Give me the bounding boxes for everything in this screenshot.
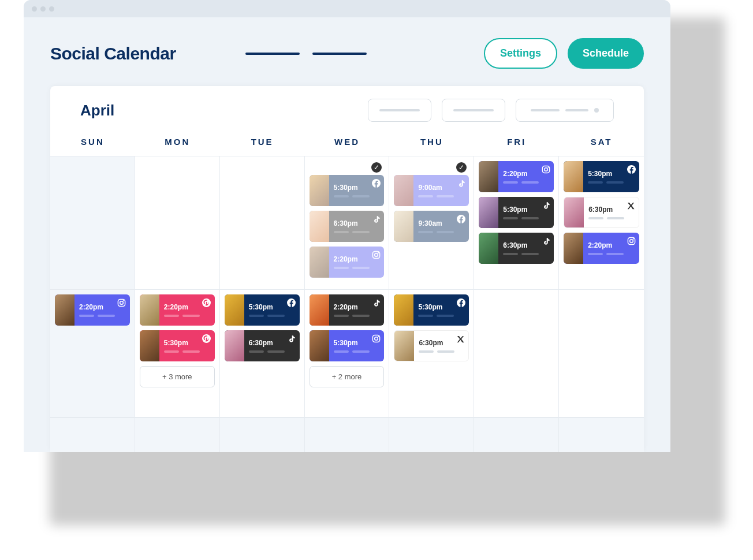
scheduled-post[interactable]: 2:20pm bbox=[55, 294, 130, 326]
calendar-cell[interactable]: 2:20pm5:30pm6:30pm bbox=[474, 156, 559, 289]
schedule-button[interactable]: Schedule bbox=[568, 38, 644, 69]
scheduled-post[interactable]: 2:20pm bbox=[140, 294, 215, 326]
calendar-grid: ✓5:30pm6:30pm2:20pm✓9:00am9:30am2:20pm5:… bbox=[50, 156, 644, 452]
control-placeholder[interactable] bbox=[442, 99, 505, 122]
calendar-cell[interactable] bbox=[389, 417, 474, 452]
control-placeholder[interactable] bbox=[368, 99, 431, 122]
calendar-cell[interactable]: 5:30pm6:30pm bbox=[220, 290, 305, 417]
scheduled-post[interactable]: 6:30pm bbox=[310, 211, 385, 242]
control-placeholder[interactable] bbox=[516, 99, 614, 122]
post-thumbnail bbox=[479, 197, 498, 228]
post-skeleton bbox=[418, 195, 464, 197]
post-body: 6:30pm bbox=[414, 331, 468, 361]
scheduled-post[interactable]: 5:30pm bbox=[310, 330, 385, 361]
post-thumbnail bbox=[310, 247, 329, 278]
post-body: 2:20pm bbox=[498, 161, 554, 192]
settings-button[interactable]: Settings bbox=[484, 38, 557, 69]
calendar-cell[interactable]: 5:30pm6:30pm2:20pm bbox=[559, 156, 644, 289]
scheduled-post[interactable]: 6:30pm bbox=[394, 330, 469, 361]
scheduled-post[interactable]: 6:30pm bbox=[564, 197, 639, 228]
calendar-cell[interactable]: 2:20pm5:30pm+ 3 more bbox=[135, 290, 220, 417]
instagram-icon bbox=[117, 298, 126, 307]
post-skeleton bbox=[503, 217, 549, 219]
post-body: 2:20pm bbox=[583, 233, 639, 264]
post-thumbnail bbox=[140, 294, 159, 326]
header-actions: Settings Schedule bbox=[484, 38, 644, 69]
post-thumbnail bbox=[479, 233, 498, 264]
post-skeleton bbox=[249, 315, 295, 317]
page: Social Calendar Settings Schedule April … bbox=[0, 0, 753, 560]
calendar-cell[interactable] bbox=[220, 156, 305, 289]
scheduled-post[interactable]: 9:30am bbox=[394, 211, 469, 242]
titlebar-dot bbox=[32, 6, 37, 12]
post-body: 5:30pm bbox=[159, 330, 215, 361]
calendar-cell[interactable] bbox=[135, 156, 220, 289]
post-skeleton bbox=[503, 181, 549, 184]
calendar-cell[interactable] bbox=[50, 156, 135, 289]
scheduled-post[interactable]: 5:30pm bbox=[310, 175, 385, 206]
calendar-cell[interactable]: ✓5:30pm6:30pm2:20pm bbox=[305, 156, 390, 289]
post-body: 2:20pm bbox=[74, 294, 130, 326]
post-thumbnail bbox=[564, 197, 584, 228]
post-thumbnail bbox=[394, 294, 413, 326]
post-skeleton bbox=[334, 195, 380, 197]
post-thumbnail bbox=[310, 175, 329, 206]
facebook-icon bbox=[371, 178, 381, 188]
post-thumbnail bbox=[394, 211, 413, 242]
calendar-cell[interactable] bbox=[50, 417, 135, 452]
calendar-cell[interactable] bbox=[474, 290, 559, 417]
calendar-cell[interactable]: 5:30pm6:30pm bbox=[389, 290, 474, 417]
post-skeleton bbox=[418, 231, 464, 233]
scheduled-post[interactable]: 2:20pm bbox=[310, 247, 385, 278]
instagram-icon bbox=[627, 236, 636, 245]
scheduled-post[interactable]: 2:20pm bbox=[310, 294, 385, 326]
post-thumbnail bbox=[140, 330, 159, 361]
card-header-controls bbox=[368, 99, 614, 122]
post-body: 6:30pm bbox=[498, 233, 554, 264]
scheduled-post[interactable]: 2:20pm bbox=[564, 233, 639, 264]
post-body: 2:20pm bbox=[329, 247, 385, 278]
post-body: 5:30pm bbox=[583, 161, 639, 192]
post-skeleton bbox=[164, 315, 210, 317]
post-thumbnail bbox=[564, 233, 583, 264]
more-posts-button[interactable]: + 3 more bbox=[140, 366, 215, 387]
calendar-cell[interactable] bbox=[305, 417, 390, 452]
calendar-cell[interactable] bbox=[474, 417, 559, 452]
calendar-cell[interactable]: 2:20pm bbox=[50, 290, 135, 417]
post-skeleton bbox=[249, 350, 295, 353]
calendar-cell[interactable] bbox=[220, 417, 305, 452]
scheduled-post[interactable]: 5:30pm bbox=[564, 161, 639, 192]
calendar-cell[interactable] bbox=[559, 417, 644, 452]
post-body: 6:30pm bbox=[584, 197, 639, 227]
post-thumbnail bbox=[310, 330, 329, 361]
scheduled-post[interactable]: 6:30pm bbox=[225, 330, 300, 361]
calendar-cell[interactable]: 2:20pm5:30pm+ 2 more bbox=[305, 290, 390, 417]
instagram-icon bbox=[371, 250, 381, 259]
calendar-cell[interactable] bbox=[135, 417, 220, 452]
scheduled-post[interactable]: 5:30pm bbox=[479, 197, 554, 228]
calendar-cell[interactable] bbox=[559, 290, 644, 417]
day-header: THU bbox=[389, 137, 474, 147]
pinterest-icon bbox=[202, 298, 211, 307]
post-skeleton bbox=[334, 350, 380, 353]
scheduled-post[interactable]: 9:00am bbox=[394, 175, 469, 206]
post-skeleton bbox=[334, 231, 380, 233]
post-body: 6:30pm bbox=[244, 330, 300, 361]
more-posts-button[interactable]: + 2 more bbox=[310, 366, 385, 387]
titlebar-dot bbox=[49, 6, 54, 12]
scheduled-post[interactable]: 5:30pm bbox=[394, 294, 469, 326]
scheduled-post[interactable]: 6:30pm bbox=[479, 233, 554, 264]
post-skeleton bbox=[334, 267, 380, 269]
scheduled-post[interactable]: 5:30pm bbox=[140, 330, 215, 361]
scheduled-post[interactable]: 2:20pm bbox=[479, 161, 554, 192]
post-body: 5:30pm bbox=[329, 175, 385, 206]
post-thumbnail bbox=[479, 161, 498, 192]
instagram-icon bbox=[371, 334, 381, 343]
calendar-cell[interactable]: ✓9:00am9:30am bbox=[389, 156, 474, 289]
post-body: 9:30am bbox=[413, 211, 469, 242]
tiktok-icon bbox=[287, 334, 296, 343]
tiktok-icon bbox=[541, 236, 550, 245]
post-skeleton bbox=[164, 350, 210, 353]
calendar-row: 2:20pm2:20pm5:30pm+ 3 more5:30pm6:30pm2:… bbox=[50, 289, 644, 417]
scheduled-post[interactable]: 5:30pm bbox=[225, 294, 300, 326]
